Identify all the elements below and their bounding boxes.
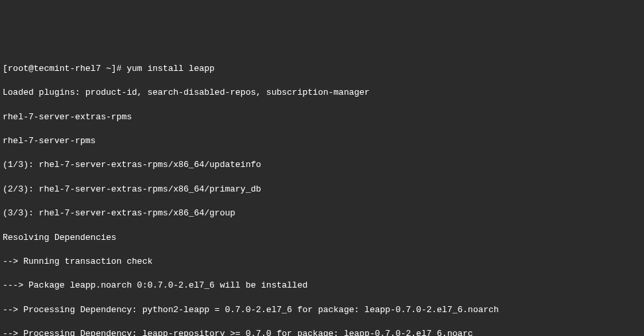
terminal-line: --> Running transaction check (3, 256, 641, 268)
terminal-line: --> Processing Dependency: python2-leapp… (3, 304, 641, 316)
terminal-line: (2/3): rhel-7-server-extras-rpms/x86_64/… (3, 184, 641, 196)
terminal-line: Loaded plugins: product-id, search-disab… (3, 87, 641, 99)
terminal-line: (3/3): rhel-7-server-extras-rpms/x86_64/… (3, 207, 641, 219)
terminal-line: ---> Package leapp.noarch 0:0.7.0-2.el7_… (3, 280, 641, 292)
terminal-output: [root@tecmint-rhel7 ~]# yum install leap… (3, 51, 641, 336)
terminal-line: rhel-7-server-rpms (3, 135, 641, 147)
terminal-line: [root@tecmint-rhel7 ~]# yum install leap… (3, 63, 641, 75)
terminal-line: (1/3): rhel-7-server-extras-rpms/x86_64/… (3, 159, 641, 171)
terminal-line: rhel-7-server-extras-rpms (3, 111, 641, 123)
terminal-line: Resolving Dependencies (3, 232, 641, 244)
terminal-line: --> Processing Dependency: leapp-reposit… (3, 328, 641, 336)
